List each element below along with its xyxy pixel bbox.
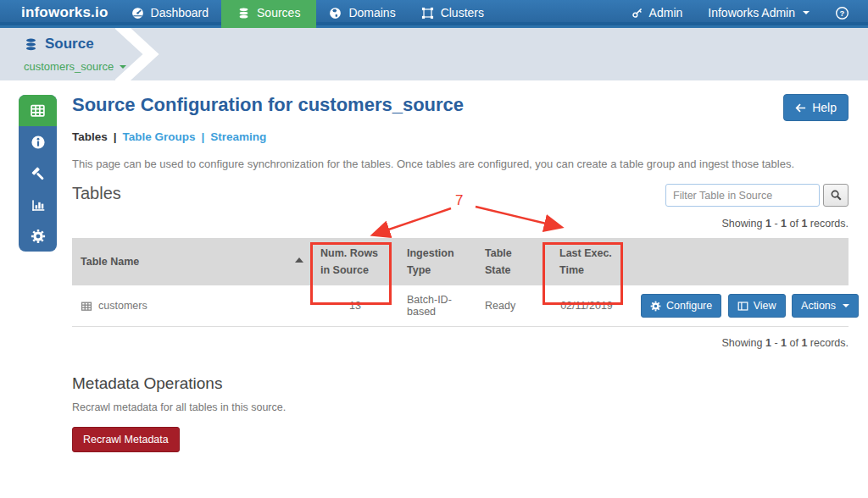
view-button[interactable]: View bbox=[728, 294, 786, 318]
table-state-value: Ready bbox=[476, 285, 544, 327]
sidebar-item-tables[interactable] bbox=[19, 95, 57, 126]
dashboard-gauge-icon bbox=[131, 7, 144, 19]
sidebar-item-operations[interactable] bbox=[19, 158, 57, 189]
brand-logo[interactable]: infoworks.io bbox=[21, 0, 108, 28]
table-grid-icon bbox=[81, 301, 92, 312]
nav-item-label: Dashboard bbox=[151, 6, 209, 19]
sidebar-item-charts[interactable] bbox=[19, 189, 57, 220]
page-description: This page can be used to configure synch… bbox=[72, 158, 849, 170]
num-rows-value: 13 bbox=[312, 285, 398, 327]
page-title: Source Configuration for customers_sourc… bbox=[72, 94, 464, 116]
help-menu-icon[interactable]: ? bbox=[835, 6, 849, 23]
chevron-down-icon bbox=[843, 304, 849, 307]
database-icon bbox=[237, 7, 250, 19]
clusters-icon bbox=[421, 7, 434, 19]
nav-item-label: Domains bbox=[348, 6, 395, 19]
nav-item-dashboard[interactable]: Dashboard bbox=[119, 0, 222, 28]
column-header-table-name[interactable]: Table Name bbox=[72, 238, 312, 285]
configure-button-label: Configure bbox=[666, 300, 712, 312]
gavel-icon bbox=[31, 166, 46, 181]
breadcrumb-title: Source bbox=[24, 36, 94, 53]
breadcrumb-chevron-icon bbox=[115, 28, 159, 80]
sidebar bbox=[19, 95, 57, 252]
user-menu[interactable]: Infoworks Admin bbox=[708, 6, 810, 22]
sidebar-item-info[interactable] bbox=[19, 126, 57, 158]
tab-tables[interactable]: Tables bbox=[72, 130, 108, 143]
main-content: Source Configuration for customers_sourc… bbox=[72, 81, 849, 452]
main-nav: Dashboard Sources Domains Clusters bbox=[119, 0, 497, 28]
nav-item-sources[interactable]: Sources bbox=[221, 0, 316, 28]
tables-section-title: Tables bbox=[72, 184, 121, 203]
column-header-ingestion-type[interactable]: Ingestion Type bbox=[398, 238, 476, 285]
database-icon bbox=[24, 37, 38, 52]
view-tabs: Tables | Table Groups | Streaming bbox=[72, 130, 849, 143]
table-grid-icon bbox=[30, 103, 46, 118]
last-exec-value: 02/11/2019 bbox=[544, 285, 629, 327]
source-name: customers_source bbox=[24, 60, 114, 73]
navbar-right: Admin Infoworks Admin ? bbox=[632, 0, 849, 28]
tab-streaming[interactable]: Streaming bbox=[210, 130, 266, 143]
column-header-last-exec[interactable]: Last Exec. Time bbox=[544, 238, 629, 285]
tab-separator: | bbox=[114, 130, 117, 143]
arrow-left-icon bbox=[795, 102, 806, 113]
table-name: customers bbox=[98, 300, 147, 312]
question-circle-icon: ? bbox=[835, 6, 849, 20]
metadata-operations-title: Metadata Operations bbox=[72, 374, 849, 393]
view-button-label: View bbox=[754, 300, 776, 312]
sort-asc-icon bbox=[295, 257, 303, 263]
tab-separator: | bbox=[202, 130, 205, 143]
bar-chart-icon bbox=[31, 197, 46, 213]
nav-item-label: Sources bbox=[257, 6, 300, 19]
source-selector[interactable]: customers_source bbox=[24, 60, 126, 73]
svg-text:?: ? bbox=[840, 8, 845, 17]
column-header-num-rows[interactable]: Num. Rows in Source bbox=[312, 238, 398, 285]
chevron-down-icon bbox=[803, 11, 810, 14]
records-summary-top: Showing 1 - 1 of 1 records. bbox=[72, 218, 849, 230]
top-navbar: infoworks.io Dashboard Sources Domains C… bbox=[0, 0, 868, 28]
actions-dropdown-button[interactable]: Actions bbox=[792, 294, 859, 318]
recrawl-metadata-button[interactable]: Recrawl Metadata bbox=[72, 427, 180, 452]
configure-button[interactable]: Configure bbox=[641, 294, 721, 318]
table-row: customers 13 Batch-ID-based Ready 02/11/… bbox=[72, 285, 849, 327]
table-columns-icon bbox=[737, 301, 748, 312]
tables-table: Table Name Num. Rows in Source Ingestion… bbox=[72, 238, 849, 327]
nav-item-clusters[interactable]: Clusters bbox=[409, 0, 497, 28]
search-button[interactable] bbox=[823, 184, 849, 207]
user-menu-label: Infoworks Admin bbox=[708, 6, 795, 19]
column-header-table-state[interactable]: Table State bbox=[476, 238, 544, 285]
nav-item-label: Clusters bbox=[441, 6, 484, 19]
actions-button-label: Actions bbox=[801, 300, 836, 312]
ingestion-type-value: Batch-ID-based bbox=[398, 285, 476, 327]
key-icon bbox=[632, 7, 643, 19]
info-circle-icon bbox=[31, 135, 46, 150]
table-filter bbox=[665, 184, 849, 207]
tab-table-groups[interactable]: Table Groups bbox=[123, 130, 196, 143]
admin-link[interactable]: Admin bbox=[632, 6, 683, 22]
help-button-label: Help bbox=[812, 101, 837, 114]
table-header-row: Table Name Num. Rows in Source Ingestion… bbox=[72, 238, 849, 285]
search-icon bbox=[830, 189, 843, 202]
globe-icon bbox=[329, 7, 342, 19]
gear-icon bbox=[31, 229, 46, 244]
breadcrumb: Source customers_source bbox=[0, 28, 868, 80]
metadata-operations-description: Recrawl metadata for all tables in this … bbox=[72, 401, 849, 413]
nav-item-domains[interactable]: Domains bbox=[316, 0, 408, 28]
records-summary-bottom: Showing 1 - 1 of 1 records. bbox=[72, 337, 849, 349]
admin-label: Admin bbox=[649, 6, 683, 19]
sidebar-item-settings[interactable] bbox=[19, 220, 57, 252]
breadcrumb-title-label: Source bbox=[45, 36, 94, 53]
gears-icon bbox=[650, 301, 661, 312]
column-header-actions bbox=[629, 238, 849, 285]
help-button[interactable]: Help bbox=[783, 94, 849, 121]
filter-table-input[interactable] bbox=[665, 184, 820, 207]
